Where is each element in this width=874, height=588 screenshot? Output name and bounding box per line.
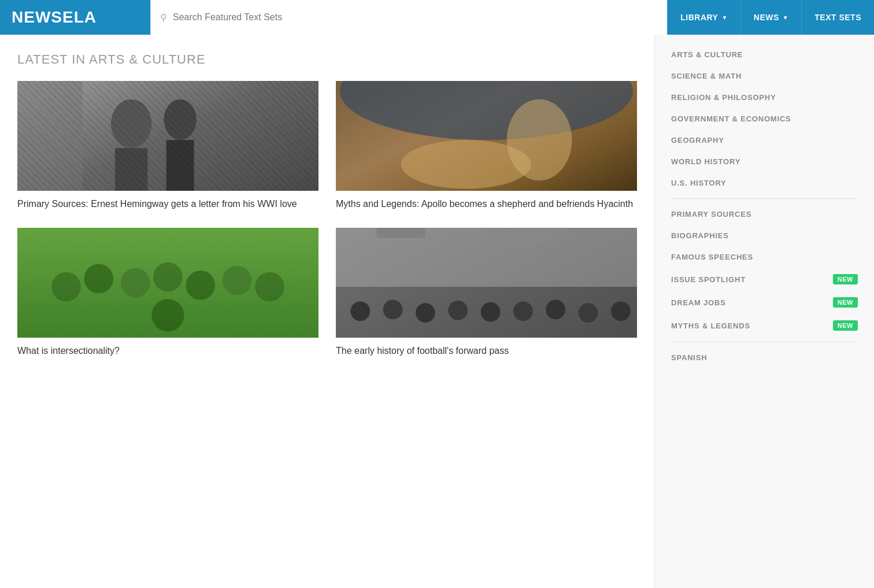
- logo[interactable]: NEWSELA: [12, 8, 97, 27]
- sidebar-item-us-history[interactable]: U.S. HISTORY: [655, 172, 874, 194]
- main-nav: LIBRARY ▼ NEWS ▼ TEXT SETS: [667, 0, 874, 35]
- logo-area: NEWSELA: [0, 0, 150, 35]
- article-image-intersectionality: [17, 228, 319, 338]
- sidebar: ARTS & CULTURE SCIENCE & MATH RELIGION &…: [654, 35, 874, 588]
- svg-point-29: [546, 300, 565, 320]
- badge-new-issue-spotlight: NEW: [833, 274, 858, 284]
- svg-rect-32: [491, 228, 556, 246]
- chevron-down-icon: ▼: [783, 14, 788, 21]
- main-layout: LATEST IN ARTS & CULTURE: [0, 35, 874, 588]
- sidebar-item-science-math[interactable]: SCIENCE & MATH: [655, 65, 874, 87]
- svg-rect-6: [17, 81, 83, 191]
- svg-rect-3: [115, 148, 147, 191]
- svg-rect-0: [17, 81, 319, 191]
- search-input[interactable]: [173, 12, 658, 23]
- article-title-intersectionality: What is intersectionality?: [17, 345, 319, 357]
- sidebar-item-geography[interactable]: GEOGRAPHY: [655, 130, 874, 151]
- svg-rect-5: [166, 140, 194, 191]
- svg-rect-33: [376, 228, 425, 238]
- sidebar-item-primary-sources[interactable]: PRIMARY SOURCES: [655, 204, 874, 225]
- svg-point-12: [51, 272, 81, 302]
- nav-news[interactable]: NEWS ▼: [740, 0, 801, 35]
- svg-point-13: [84, 264, 113, 294]
- search-icon: ⚲: [160, 12, 167, 23]
- badge-new-myths-legends: NEW: [833, 320, 858, 331]
- search-area[interactable]: ⚲: [150, 0, 667, 35]
- svg-rect-1: [17, 81, 319, 191]
- svg-point-31: [611, 302, 631, 321]
- svg-point-26: [448, 301, 468, 320]
- svg-point-30: [579, 304, 598, 323]
- svg-point-23: [350, 302, 370, 321]
- article-card-football[interactable]: The early history of football's forward …: [336, 228, 637, 357]
- article-title-hemingway: Primary Sources: Ernest Hemingway gets a…: [17, 198, 319, 210]
- article-card-apollo[interactable]: Myths and Legends: Apollo becomes a shep…: [336, 81, 637, 210]
- svg-point-25: [416, 304, 435, 323]
- svg-point-24: [383, 300, 403, 320]
- sidebar-item-world-history[interactable]: WORLD HISTORY: [655, 151, 874, 172]
- badge-new-dream-jobs: NEW: [833, 297, 858, 308]
- article-image-football: [336, 228, 637, 338]
- chevron-down-icon: ▼: [721, 14, 727, 21]
- article-image-apollo: [336, 81, 637, 191]
- header: NEWSELA ⚲ LIBRARY ▼ NEWS ▼ TEXT SETS: [0, 0, 874, 35]
- sidebar-item-myths-legends[interactable]: MYTHS & LEGENDS NEW: [655, 314, 874, 337]
- svg-point-10: [507, 99, 572, 181]
- sidebar-divider-1: [671, 198, 858, 199]
- content-area: LATEST IN ARTS & CULTURE: [0, 35, 654, 588]
- sidebar-item-issue-spotlight[interactable]: ISSUE SPOTLIGHT NEW: [655, 268, 874, 291]
- nav-text-sets[interactable]: TEXT SETS: [801, 0, 874, 35]
- nav-library[interactable]: LIBRARY ▼: [667, 0, 740, 35]
- articles-grid: Primary Sources: Ernest Hemingway gets a…: [17, 81, 637, 358]
- svg-point-27: [481, 302, 501, 322]
- svg-point-2: [111, 99, 151, 148]
- sidebar-item-religion-philosophy[interactable]: RELIGION & PHILOSOPHY: [655, 87, 874, 108]
- sidebar-item-dream-jobs[interactable]: DREAM JOBS NEW: [655, 291, 874, 314]
- svg-point-18: [255, 272, 284, 302]
- article-title-apollo: Myths and Legends: Apollo becomes a shep…: [336, 198, 637, 210]
- svg-point-4: [164, 99, 196, 140]
- sidebar-item-biographies[interactable]: BIOGRAPHIES: [655, 225, 874, 246]
- svg-point-19: [151, 299, 184, 332]
- sidebar-item-arts-culture[interactable]: ARTS & CULTURE: [655, 44, 874, 65]
- article-title-football: The early history of football's forward …: [336, 345, 637, 357]
- sidebar-item-government-economics[interactable]: GOVERNMENT & ECONOMICS: [655, 108, 874, 130]
- svg-point-16: [186, 271, 215, 300]
- section-title: LATEST IN ARTS & CULTURE: [17, 52, 637, 67]
- article-card-intersectionality[interactable]: What is intersectionality?: [17, 228, 319, 357]
- svg-point-17: [223, 266, 252, 295]
- article-image-hemingway: [17, 81, 319, 191]
- sidebar-item-famous-speeches[interactable]: FAMOUS SPEECHES: [655, 246, 874, 268]
- svg-point-15: [153, 262, 183, 292]
- sidebar-item-spanish[interactable]: SPANISH: [655, 347, 874, 368]
- article-card-hemingway[interactable]: Primary Sources: Ernest Hemingway gets a…: [17, 81, 319, 210]
- sidebar-divider-2: [671, 342, 858, 342]
- svg-point-14: [121, 268, 150, 298]
- svg-point-28: [513, 302, 533, 321]
